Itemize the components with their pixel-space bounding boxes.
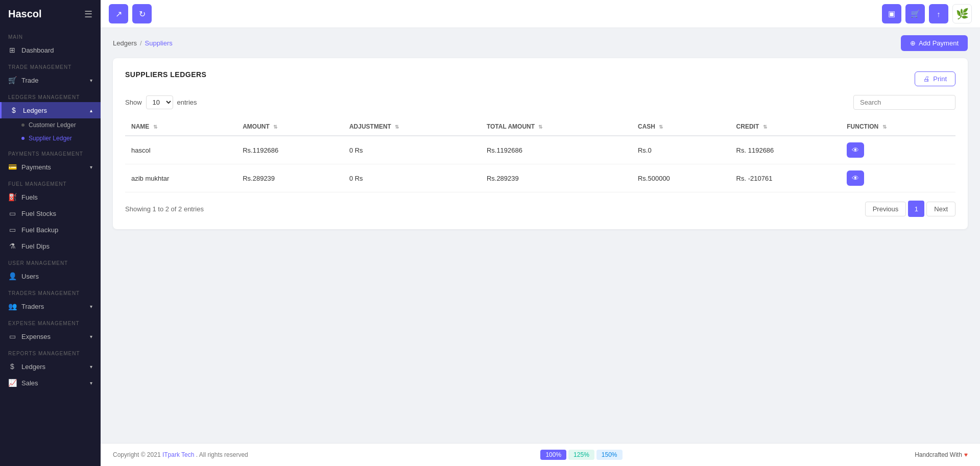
next-button[interactable]: Next [926,202,955,216]
section-trade: TRADE MANAGEMENT [0,58,101,72]
cell-cash: Rs.0 [632,136,730,164]
cell-total-amount: Rs.289239 [481,164,632,192]
sidebar-item-label: Sales [21,379,38,387]
sidebar-item-traders[interactable]: 👥 Traders ▾ [0,298,101,314]
sidebar-item-fuels[interactable]: ⛽ Fuels [0,189,101,205]
footer: Copyright © 2021 ITpark Tech . All right… [101,443,980,466]
col-credit[interactable]: CREDIT ⇅ [730,118,841,136]
dot-icon [21,124,25,127]
menu-icon[interactable]: ☰ [84,9,92,20]
sidebar-item-fuel-stocks[interactable]: ▭ Fuel Stocks [0,205,101,222]
show-entries-control: Show 10 25 50 entries [125,95,197,109]
breadcrumb-bar: Ledgers / Suppliers ⊕ Add Payment [101,28,980,58]
traders-icon: 👥 [8,302,16,310]
table-controls: Show 10 25 50 entries [125,95,955,110]
cell-credit: Rs. 1192686 [730,136,841,164]
view-button[interactable]: 👁 [847,170,864,186]
sidebar-item-label: Payments [21,163,51,171]
expand-button[interactable]: ↗ [109,4,128,23]
zoom-125-button[interactable]: 125% [568,450,594,460]
view-button[interactable]: 👁 [847,142,864,158]
sidebar-item-trade[interactable]: 🛒 Trade ▾ [0,72,101,88]
cart-button[interactable]: 🛒 [905,4,925,23]
users-icon: 👤 [8,272,16,280]
print-label: Print [933,75,947,83]
col-amount[interactable]: AMOUNT ⇅ [236,118,343,136]
cell-adjustment: 0 Rs [343,136,481,164]
entries-select[interactable]: 10 25 50 [146,95,173,109]
chevron-down-icon: ▾ [90,380,92,386]
fuel-icon: ⛽ [8,193,16,201]
sidebar-item-ledgers[interactable]: $ Ledgers ▴ [0,102,101,118]
sidebar-item-payments[interactable]: 💳 Payments ▾ [0,159,101,175]
col-total-amount[interactable]: TOTAL AMOUNT ⇅ [481,118,632,136]
cell-amount: Rs.1192686 [236,136,343,164]
zoom-150-button[interactable]: 150% [596,450,623,460]
section-traders: TRADERS MANAGEMENT [0,284,101,298]
sidebar-item-fuel-dips[interactable]: ⚗ Fuel Dips [0,238,101,254]
sidebar-item-sales[interactable]: 📈 Sales ▾ [0,375,101,391]
cell-name: hascol [125,136,236,164]
ledgers-icon: $ [10,106,18,114]
handcrafted-area: Handcrafted With ♥ [915,451,968,458]
print-icon: 🖨 [923,75,930,83]
sidebar-item-supplier-ledger[interactable]: Supplier Ledger [0,132,101,145]
refresh-button[interactable]: ↻ [132,4,152,23]
col-cash[interactable]: CASH ⇅ [632,118,730,136]
breadcrumb-current[interactable]: Suppliers [145,39,173,47]
sub-item-label: Customer Ledger [29,121,76,129]
sidebar-item-reports-ledgers[interactable]: $ Ledgers ▾ [0,358,101,375]
cell-amount: Rs.289239 [236,164,343,192]
add-payment-label: Add Payment [919,39,959,47]
sidebar-item-expenses[interactable]: ▭ Expenses ▾ [0,328,101,345]
sidebar-item-label: Expenses [21,333,51,340]
section-main: MAIN [0,28,101,42]
sort-icon: ⇅ [153,124,157,130]
sidebar-item-fuel-backup[interactable]: ▭ Fuel Backup [0,222,101,238]
sidebar-header: Hascol ☰ [0,0,101,28]
upload-button[interactable]: ↑ [929,4,948,23]
table-row: hascol Rs.1192686 0 Rs Rs.1192686 Rs.0 R… [125,136,955,164]
chevron-down-icon: ▾ [90,78,92,83]
breadcrumb-separator: / [140,39,142,47]
sidebar-item-label: Fuels [21,193,38,201]
col-adjustment[interactable]: ADJUSTMENT ⇅ [343,118,481,136]
sidebar-item-users[interactable]: 👤 Users [0,268,101,284]
show-label: Show [125,99,142,106]
sidebar: Hascol ☰ MAIN ⊞ Dashboard TRADE MANAGEME… [0,0,101,466]
header-row: NAME ⇅ AMOUNT ⇅ ADJUSTMENT ⇅ TOTAL AMOUN… [125,118,955,136]
sidebar-item-label: Ledgers [21,363,45,371]
sidebar-item-dashboard[interactable]: ⊞ Dashboard [0,42,101,58]
sales-icon: 📈 [8,379,16,387]
breadcrumb-parent[interactable]: Ledgers [113,39,137,47]
sidebar-item-customer-ledger[interactable]: Customer Ledger [0,118,101,132]
col-name[interactable]: NAME ⇅ [125,118,236,136]
section-reports: REPORTS MANAGEMENT [0,345,101,358]
previous-button[interactable]: Previous [865,202,906,216]
zoom-100-button[interactable]: 100% [540,450,566,460]
sort-icon: ⇅ [763,124,767,130]
section-expenses: EXPENSE MANAGEMENT [0,314,101,328]
sidebar-item-label: Traders [21,303,44,310]
sort-icon: ⇅ [538,124,542,130]
section-users: USER MANAGEMENT [0,254,101,268]
page-1-button[interactable]: 1 [908,201,924,217]
pagination-controls: Previous 1 Next [865,201,955,217]
zoom-controls: 100% 125% 150% [540,450,622,460]
cell-function: 👁 [841,164,955,192]
breadcrumb: Ledgers / Suppliers [113,39,173,47]
print-button[interactable]: 🖨 Print [915,71,955,86]
search-input[interactable] [853,95,955,110]
chevron-down-icon: ▾ [90,334,92,339]
col-function: FUNCTION ⇅ [841,118,955,136]
grid-view-button[interactable]: ▣ [882,4,901,23]
plus-icon: ⊕ [910,39,916,47]
table-header: NAME ⇅ AMOUNT ⇅ ADJUSTMENT ⇅ TOTAL AMOUN… [125,118,955,136]
heart-icon: ♥ [964,451,968,458]
chevron-down-icon: ▾ [90,164,92,170]
fuel-stocks-icon: ▭ [8,209,16,217]
company-link[interactable]: ITpark Tech [162,451,194,458]
add-payment-button[interactable]: ⊕ Add Payment [901,35,968,51]
suppliers-ledger-card: SUPPLIERS LEDGERS 🖨 Print Show 10 25 50 … [113,58,968,229]
cell-function: 👁 [841,136,955,164]
